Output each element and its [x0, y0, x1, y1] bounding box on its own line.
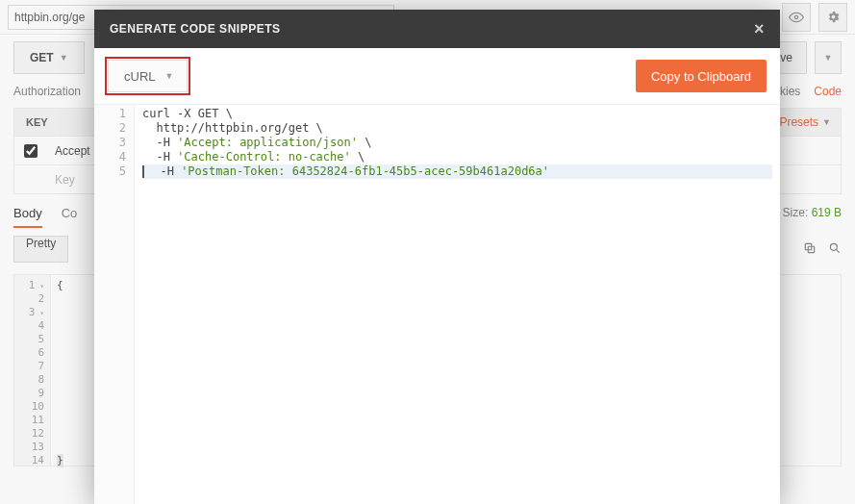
- chevron-down-icon: ▼: [165, 71, 174, 81]
- code-body: curl -X GET \ http://httpbin.org/get \ -…: [135, 105, 780, 504]
- modal-header: GENERATE CODE SNIPPETS ×: [94, 10, 780, 48]
- language-select[interactable]: cURL ▼: [108, 60, 188, 92]
- code-snippets-modal: GENERATE CODE SNIPPETS × cURL ▼ Copy to …: [94, 10, 780, 504]
- language-label: cURL: [124, 69, 156, 84]
- close-icon[interactable]: ×: [754, 19, 765, 39]
- modal-title: GENERATE CODE SNIPPETS: [110, 22, 280, 36]
- line-gutter: 12345: [94, 105, 135, 504]
- copy-to-clipboard-button[interactable]: Copy to Clipboard: [636, 60, 767, 92]
- code-editor[interactable]: 12345 curl -X GET \ http://httpbin.org/g…: [94, 104, 780, 504]
- modal-toolbar: cURL ▼ Copy to Clipboard: [94, 48, 780, 104]
